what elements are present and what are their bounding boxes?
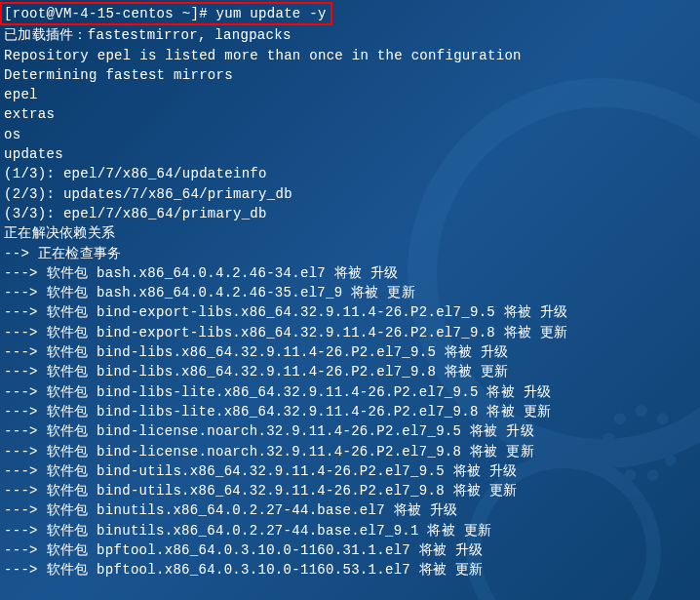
output-line: extras (4, 104, 696, 124)
output-line: updates (4, 144, 696, 164)
output-line: ---> 软件包 bind-export-libs.x86_64.32.9.11… (4, 302, 696, 322)
output-line: (2/3): updates/7/x86_64/primary_db (4, 184, 696, 204)
output-line: os (4, 125, 696, 144)
output-line: 已加载插件：fastestmirror, langpacks (4, 25, 696, 45)
output-line: ---> 软件包 bind-utils.x86_64.32.9.11.4-26.… (4, 481, 696, 500)
output-line: ---> 软件包 bind-libs.x86_64.32.9.11.4-26.P… (4, 362, 696, 381)
output-line: 正在解决依赖关系 (4, 223, 696, 243)
output-line: ---> 软件包 bpftool.x86_64.0.3.10.0-1160.31… (4, 540, 696, 560)
output-line: ---> 软件包 binutils.x86_64.0.2.27-44.base.… (4, 500, 696, 520)
output-line: ---> 软件包 bash.x86_64.0.4.2.46-35.el7_9 将… (4, 283, 696, 302)
output-line: ---> 软件包 bash.x86_64.0.4.2.46-34.el7 将被 … (4, 263, 696, 283)
output-line: (1/3): epel/7/x86_64/updateinfo (4, 164, 696, 183)
output-line: --> 正在检查事务 (4, 244, 696, 263)
command-line[interactable]: [root@VM-4-15-centos ~]# yum update -y (4, 2, 696, 25)
terminal-output: [root@VM-4-15-centos ~]# yum update -y 已… (4, 2, 696, 580)
output-line: ---> 软件包 bind-libs-lite.x86_64.32.9.11.4… (4, 402, 696, 421)
output-line: ---> 软件包 bind-license.noarch.32.9.11.4-2… (4, 421, 696, 441)
output-line: ---> 软件包 bind-utils.x86_64.32.9.11.4-26.… (4, 461, 696, 481)
output-line: ---> 软件包 bpftool.x86_64.0.3.10.0-1160.53… (4, 560, 696, 580)
output-line: Determining fastest mirrors (4, 65, 696, 85)
shell-command: yum update -y (208, 6, 327, 21)
output-line: ---> 软件包 binutils.x86_64.0.2.27-44.base.… (4, 521, 696, 540)
shell-prompt: [root@VM-4-15-centos ~]# (4, 6, 208, 21)
output-line: ---> 软件包 bind-libs-lite.x86_64.32.9.11.4… (4, 382, 696, 402)
output-line: epel (4, 85, 696, 104)
command-highlight: [root@VM-4-15-centos ~]# yum update -y (0, 2, 332, 25)
output-line: Repository epel is listed more than once… (4, 46, 696, 65)
output-line: ---> 软件包 bind-license.noarch.32.9.11.4-2… (4, 442, 696, 461)
output-line: (3/3): epel/7/x86_64/primary_db (4, 204, 696, 223)
output-line: ---> 软件包 bind-export-libs.x86_64.32.9.11… (4, 323, 696, 342)
output-line: ---> 软件包 bind-libs.x86_64.32.9.11.4-26.P… (4, 342, 696, 362)
